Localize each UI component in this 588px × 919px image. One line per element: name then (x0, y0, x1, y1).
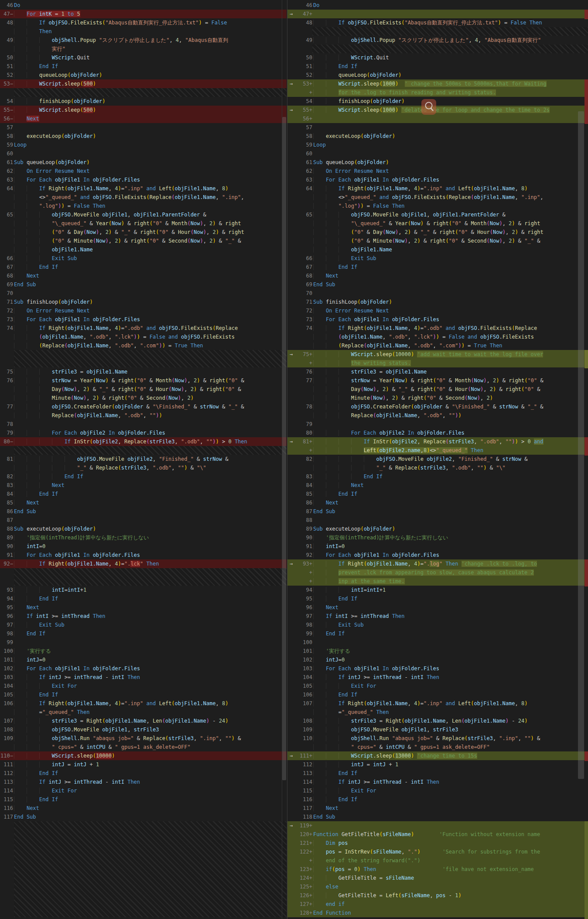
code-line[interactable]: 106 If Right(objFile1.Name, 4)=".inp" an… (0, 699, 287, 708)
code-text[interactable]: "\_queued_" & Year(Now) & right("0" & Mo… (313, 219, 588, 228)
code-line[interactable]: 81 objFSO.MoveFile objFile2, "Finished_"… (0, 455, 287, 463)
code-line[interactable]: 65 objFSO.MoveFile objFile1, objFile1.Pa… (0, 210, 287, 219)
code-line[interactable]: 93 intI=intI+1 (0, 586, 287, 594)
code-text[interactable]: End Sub (14, 813, 287, 821)
code-text[interactable]: Next (313, 603, 588, 612)
code-text[interactable]: Loop (14, 141, 287, 149)
code-line[interactable]: 61Sub queueLoop(objFolder) (0, 158, 287, 167)
code-text[interactable]: End If (14, 690, 287, 699)
code-text[interactable] (313, 149, 588, 158)
removed-line[interactable]: 56− Next (0, 114, 287, 123)
code-line[interactable]: 77 objFSO.CreateFolder(objFolder & "\Fin… (0, 402, 287, 411)
code-line[interactable]: 94 intI=intI+1 (287, 586, 588, 594)
code-text[interactable]: " cpus=" & intCPU & " gpus=1 ask_delete=… (313, 743, 588, 751)
code-text[interactable]: executeLoop(objFolder) (313, 132, 588, 141)
code-line[interactable]: 78 objFSO.CreateFolder(objFolder & "\Fin… (287, 402, 588, 411)
code-line[interactable]: 74 If Right(objFile1.Name, 4)=".odb" and… (0, 324, 287, 333)
diff-change-arrow-icon[interactable]: → (287, 10, 295, 18)
code-text[interactable]: intJ = intJ + 1 (313, 760, 588, 769)
code-text[interactable]: End If (313, 490, 588, 498)
code-text[interactable]: (objFile1.Name, ".odb", ".lck")) = False… (313, 333, 588, 341)
code-text[interactable] (14, 123, 287, 132)
code-text[interactable]: For Each objFile1 In objFolder.Files (313, 664, 588, 673)
code-text[interactable]: objFSO.MoveFile objFile1, objFile1.Paren… (14, 210, 287, 219)
code-line[interactable]: 105 Exit For (287, 682, 588, 690)
code-text[interactable]: End Sub (313, 813, 588, 821)
code-text[interactable] (313, 289, 588, 298)
code-line[interactable]: 112 intJ = intJ + 1 (287, 760, 588, 769)
code-text[interactable]: End If (313, 594, 588, 603)
code-text[interactable]: For Each objFile1 In objFolder.Files (14, 664, 287, 673)
code-text[interactable]: End Sub (14, 280, 287, 289)
code-text[interactable]: Next (313, 804, 588, 813)
diff-change-arrow-icon[interactable]: → (287, 106, 295, 114)
added-line[interactable]: →119+ (287, 821, 588, 830)
added-line[interactable]: →55+ WScript.sleep(1000) 'delated the fo… (287, 106, 588, 114)
code-text[interactable]: objShell.Run "abaqus job=" & Replace(str… (313, 734, 588, 743)
code-text[interactable]: End If (313, 769, 588, 778)
code-line[interactable]: 111 intJ = intJ + 1 (0, 760, 287, 769)
code-line[interactable]: 72 On Error Resume Next (287, 306, 588, 315)
code-text[interactable]: intJ=0 (313, 655, 588, 664)
code-text[interactable]: End If (313, 629, 588, 638)
code-text[interactable]: If Right(objFile1.Name, 4)=".inp" and Le… (14, 699, 287, 708)
code-text[interactable]: Exit For (313, 682, 588, 690)
right-scrollbar[interactable] (578, 111, 584, 779)
code-line[interactable]: 92 For Each objFile1 In objFolder.Files (287, 551, 588, 559)
code-text[interactable]: else (313, 882, 588, 891)
code-text[interactable]: WScript.sleep(10000) 'add wait time to w… (313, 350, 588, 359)
code-text[interactable]: strNow = Year(Now) & right("0" & Month(N… (14, 376, 287, 385)
code-text[interactable]: objShell.Run "abaqus job=" & Replace(str… (14, 734, 287, 743)
code-line[interactable]: 107 strFile3 = Right(objFile1.Name, Len(… (0, 717, 287, 725)
code-line[interactable]: 77 strNow = Year(Now) & right("0" & Mont… (287, 376, 588, 385)
code-line[interactable]: 87End Sub (287, 507, 588, 516)
code-text[interactable]: strNow = Year(Now) & right("0" & Month(N… (313, 376, 588, 385)
code-line[interactable]: 95 End If (287, 594, 588, 603)
code-line[interactable]: 99 End If (287, 629, 588, 638)
code-line[interactable]: " cpus=" & intCPU & " gpus=1 ask_delete=… (287, 743, 588, 751)
code-text[interactable]: ".log")) = False Then (313, 202, 588, 210)
code-text[interactable]: End If (14, 629, 287, 638)
code-line[interactable]: 84 Next (287, 481, 588, 490)
added-line[interactable]: + prevent .lck from appearing too slow, … (287, 568, 588, 577)
code-text[interactable]: Do (14, 1, 287, 10)
code-line[interactable]: 79 For Each objFile2 In objFolder.Files (0, 429, 287, 437)
code-text[interactable]: WScript.sleep(10000) (14, 751, 287, 760)
code-line[interactable]: 48 If objFSO.FileExists("Abaqus自動直列実行_停止… (0, 18, 287, 27)
code-text[interactable]: On Error Resume Next (14, 306, 287, 315)
code-line[interactable]: 106 End If (287, 690, 588, 699)
code-text[interactable] (313, 516, 588, 525)
code-line[interactable]: 65 objFSO.MoveFile objFile1, objFile1.Pa… (287, 210, 588, 219)
code-line[interactable]: 64 If Right(objFile1.Name, 4)=".inp" and… (287, 184, 588, 193)
added-line[interactable]: 127+ end if (287, 900, 588, 909)
code-line[interactable]: 50 WScript.Quit (0, 53, 287, 62)
code-line[interactable]: 82 objFSO.MoveFile objFile2, "Finished_"… (287, 455, 588, 463)
removed-line[interactable]: 80− If InStr(objFile2, Replace(strFile3,… (0, 437, 287, 446)
code-line[interactable]: ("0" & Day(Now), 2) & "_" & right("0" & … (0, 228, 287, 237)
code-line[interactable]: "_" & Replace(strFile3, ".odb", "") & "\… (287, 463, 588, 472)
code-line[interactable]: Replace(objFile1.Name, ".odb", "")) (0, 411, 287, 420)
code-line[interactable]: 97 Exit Sub (0, 621, 287, 629)
code-line[interactable]: 83 End If (287, 472, 588, 481)
code-text[interactable]: strFile3 = Right(objFile1.Name, Len(objF… (313, 717, 588, 725)
diff-change-arrow-icon[interactable]: → (287, 79, 295, 88)
code-line[interactable]: (objFile1.Name, ".odb", ".lck")) = False… (287, 333, 588, 341)
code-line[interactable]: 114 Exit For (0, 786, 287, 795)
code-text[interactable]: For Each objFile1 In objFolder.Files (313, 551, 588, 559)
code-text[interactable]: " cpus=" & intCPU & " gpus=1 ask_delete=… (14, 743, 287, 751)
code-text[interactable]: Dim pos (313, 839, 588, 847)
code-text[interactable]: Function GetFileTitle(sFileName) 'Functi… (313, 830, 588, 839)
code-text[interactable]: If Right(objFile1.Name, 4)=".inp" and Le… (313, 184, 588, 193)
code-text[interactable]: If objFSO.FileExists("Abaqus自動直列実行_停止方法.… (14, 18, 287, 27)
code-line[interactable]: (objFile1.Name, ".odb", ".lck")) = False… (0, 333, 287, 341)
code-text[interactable]: Replace(objFile1.Name, ".odb", "")) (14, 411, 287, 420)
code-line[interactable]: 103 For Each objFile1 In objFolder.Files (287, 664, 588, 673)
code-text[interactable]: '実行する (313, 647, 588, 655)
code-text[interactable]: "_" & Replace(strFile3, ".odb", "") & "\… (313, 463, 588, 472)
code-text[interactable]: Exit Sub (14, 621, 287, 629)
code-line[interactable]: 87 (0, 516, 287, 525)
code-text[interactable]: objFSO.MoveFile objFile1, strFile3 (14, 725, 287, 734)
code-line[interactable]: 76 strNow = Year(Now) & right("0" & Mont… (0, 376, 287, 385)
added-line[interactable]: →47+ (287, 10, 588, 18)
added-line[interactable]: 122+ pos = InStrRev(sFileName, ".") 'Sea… (287, 847, 588, 856)
